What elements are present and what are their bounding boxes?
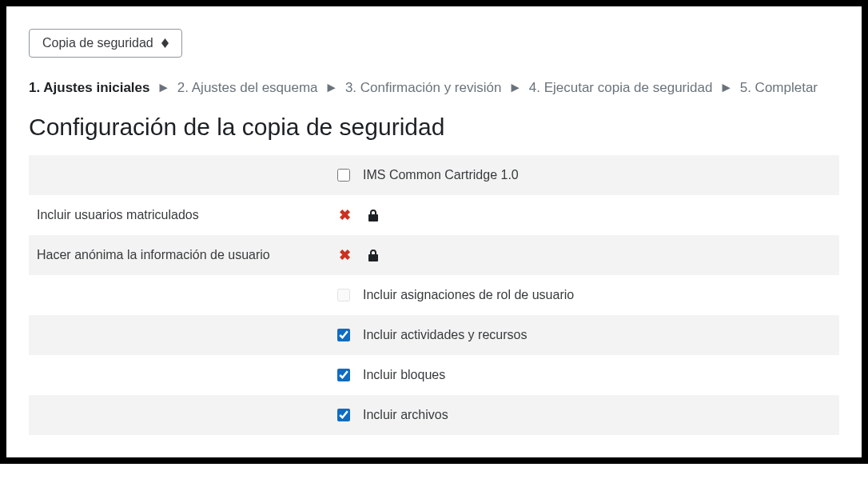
lock-icon [366, 209, 380, 222]
blocks-checkbox[interactable] [337, 369, 350, 381]
anonymize-label: Hacer anónima la información de usuario [37, 248, 337, 262]
ims-checkbox[interactable] [337, 169, 350, 182]
row-enrolled-users: Incluir usuarios matriculados ✖ [29, 195, 839, 235]
separator-icon: ► [157, 80, 170, 95]
role-assignments-label: Incluir asignaciones de rol de usuario [363, 288, 574, 302]
row-role-assignments: Incluir asignaciones de rol de usuario [29, 275, 839, 315]
backup-dropdown[interactable]: Copia de seguridad [29, 29, 182, 58]
activities-label: Incluir actividades y recursos [363, 328, 527, 342]
step-2: 2. Ajustes del esquema [177, 80, 318, 95]
step-1: 1. Ajustes iniciales [29, 80, 150, 95]
row-activities: Incluir actividades y recursos [29, 315, 839, 355]
separator-icon: ► [508, 80, 522, 95]
ims-label: IMS Common Cartridge 1.0 [363, 168, 519, 182]
cross-icon: ✖ [337, 246, 352, 264]
row-files: Incluir archivos [29, 395, 839, 435]
files-checkbox[interactable] [337, 409, 350, 421]
blocks-label: Incluir bloques [363, 368, 445, 382]
row-blocks: Incluir bloques [29, 355, 839, 395]
row-ims: IMS Common Cartridge 1.0 [29, 155, 839, 195]
cross-icon: ✖ [337, 206, 352, 224]
step-4: 4. Ejecutar copia de seguridad [529, 80, 713, 95]
separator-icon: ► [719, 80, 733, 95]
lock-icon [366, 249, 380, 261]
step-3: 3. Confirmación y revisión [345, 80, 502, 95]
role-assignments-checkbox [337, 289, 350, 301]
files-label: Incluir archivos [363, 408, 448, 422]
separator-icon: ► [325, 80, 338, 95]
breadcrumb: 1. Ajustes iniciales ► 2. Ajustes del es… [29, 80, 839, 96]
page-title: Configuración de la copia de seguridad [29, 114, 839, 141]
row-anonymize: Hacer anónima la información de usuario … [29, 235, 839, 275]
enrolled-users-label: Incluir usuarios matriculados [37, 208, 337, 222]
backup-dropdown-label: Copia de seguridad [42, 36, 153, 50]
activities-checkbox[interactable] [337, 329, 350, 341]
step-5: 5. Completar [740, 80, 818, 95]
sort-icon [161, 38, 169, 48]
